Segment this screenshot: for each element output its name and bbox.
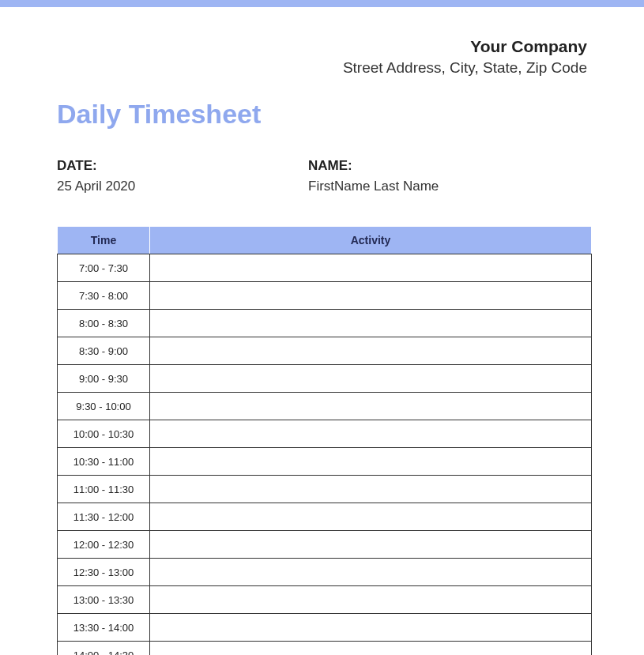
table-row: 13:00 - 13:30 [58,586,592,614]
table-row: 14:00 - 14:30 [58,642,592,656]
activity-cell[interactable] [150,531,592,559]
activity-cell[interactable] [150,282,592,310]
activity-cell[interactable] [150,254,592,282]
time-cell: 13:00 - 13:30 [58,586,150,614]
activity-cell[interactable] [150,393,592,420]
table-row: 11:30 - 12:00 [58,503,592,531]
col-header-activity: Activity [150,227,592,254]
name-value: FirstName Last Name [308,179,439,194]
time-cell: 11:30 - 12:00 [58,503,150,531]
col-header-time: Time [58,227,150,254]
date-label: DATE: [57,158,308,174]
activity-cell[interactable] [150,420,592,448]
date-value: 25 April 2020 [57,179,308,194]
time-cell: 12:00 - 12:30 [58,531,150,559]
document-content: Your Company Street Address, City, State… [0,37,644,655]
activity-cell[interactable] [150,365,592,393]
time-cell: 10:30 - 11:00 [58,448,150,476]
activity-cell[interactable] [150,476,592,503]
activity-cell[interactable] [150,559,592,586]
company-address: Street Address, City, State, Zip Code [57,59,587,77]
activity-cell[interactable] [150,310,592,337]
activity-cell[interactable] [150,337,592,365]
table-row: 12:30 - 13:00 [58,559,592,586]
table-row: 9:30 - 10:00 [58,393,592,420]
document-title: Daily Timesheet [57,99,587,130]
table-header-row: Time Activity [58,227,592,254]
time-cell: 9:00 - 9:30 [58,365,150,393]
table-row: 11:00 - 11:30 [58,476,592,503]
time-cell: 12:30 - 13:00 [58,559,150,586]
time-cell: 9:30 - 10:00 [58,393,150,420]
name-label: NAME: [308,158,439,174]
meta-row: DATE: 25 April 2020 NAME: FirstName Last… [57,158,587,194]
activity-cell[interactable] [150,642,592,656]
table-row: 12:00 - 12:30 [58,531,592,559]
date-block: DATE: 25 April 2020 [57,158,308,194]
activity-cell[interactable] [150,614,592,642]
table-row: 9:00 - 9:30 [58,365,592,393]
time-cell: 13:30 - 14:00 [58,614,150,642]
table-row: 10:30 - 11:00 [58,448,592,476]
table-row: 13:30 - 14:00 [58,614,592,642]
table-row: 8:30 - 9:00 [58,337,592,365]
time-cell: 10:00 - 10:30 [58,420,150,448]
top-accent-bar [0,0,644,7]
timesheet-table: Time Activity 7:00 - 7:307:30 - 8:008:00… [57,226,592,655]
time-cell: 8:30 - 9:00 [58,337,150,365]
name-block: NAME: FirstName Last Name [308,158,439,194]
table-row: 7:00 - 7:30 [58,254,592,282]
activity-cell[interactable] [150,503,592,531]
table-row: 8:00 - 8:30 [58,310,592,337]
company-name: Your Company [57,37,587,56]
activity-cell[interactable] [150,448,592,476]
time-cell: 7:30 - 8:00 [58,282,150,310]
table-row: 10:00 - 10:30 [58,420,592,448]
table-row: 7:30 - 8:00 [58,282,592,310]
time-cell: 7:00 - 7:30 [58,254,150,282]
company-header: Your Company Street Address, City, State… [57,37,587,77]
time-cell: 14:00 - 14:30 [58,642,150,656]
time-cell: 11:00 - 11:30 [58,476,150,503]
time-cell: 8:00 - 8:30 [58,310,150,337]
activity-cell[interactable] [150,586,592,614]
